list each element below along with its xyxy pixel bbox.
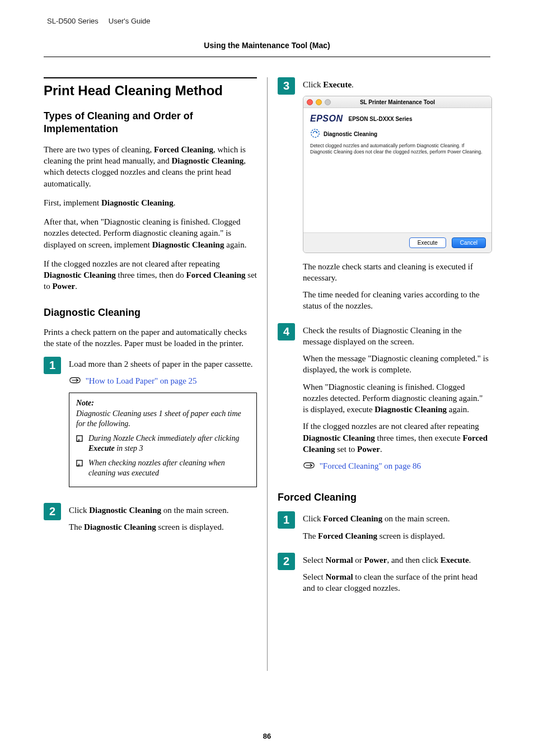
step-text: Click Forced Cleaning on the main screen… [303,513,490,524]
series-name: SL-D500 Series [47,17,99,25]
diag-label: Diagnostic Cleaning [324,131,377,137]
svg-rect-0 [77,436,82,441]
bullet-icon [76,435,84,445]
note-box: Note: Diagnostic Cleaning uses 1 sheet o… [69,393,257,487]
paragraph: There are two types of cleaning, Forced … [44,144,257,189]
note-title: Note: [76,399,250,408]
cancel-button[interactable]: Cancel [452,237,486,248]
header-rule [44,57,490,57]
paragraph: First, implement Diagnostic Cleaning. [44,197,257,208]
note-list-item: During Nozzle Check immediately after cl… [76,433,250,454]
running-header: SL-D500 Series User's Guide [47,17,490,25]
cross-ref-link[interactable]: "How to Load Paper" on page 25 [86,376,197,385]
step-text: The Forced Cleaning screen is displayed. [303,530,490,542]
paragraph: Prints a check pattern on the paper and … [44,326,257,349]
doc-name: User's Guide [109,17,151,25]
step-number-icon: 3 [278,77,295,95]
forced-step-2: 2 Select Normal or Power, and then click… [278,553,490,600]
cross-ref-icon [303,461,317,470]
step-3: 3 Click Execute. [278,77,490,318]
screenshot-figure: SL Printer Maintenance Tool EPSON EPSON … [303,96,492,253]
page-title: Print Head Cleaning Method [44,77,257,99]
note-lead: Diagnostic Cleaning uses 1 sheet of pape… [76,409,250,429]
subheading-types: Types of Cleaning and Order of Implement… [44,110,257,136]
step-text: The Diagnostic Cleaning screen is displa… [69,521,257,533]
step-number-icon: 1 [44,357,61,374]
epson-logo: EPSON [310,114,343,124]
step-text: Select Normal or Power, and then click E… [303,554,490,566]
window-title: SL Printer Maintenance Tool [303,99,491,105]
cross-ref-link[interactable]: "Forced Cleaning" on page 86 [320,461,421,470]
diag-description: Detect clogged nozzles and automatically… [310,143,485,155]
step-number-icon: 1 [278,511,295,529]
step-text: Check the results of Diagnostic Cleaning… [303,325,490,348]
step-text: Click Execute. [303,79,492,90]
model-label: EPSON SL-DXXX Series [349,116,413,122]
mac-window: SL Printer Maintenance Tool EPSON EPSON … [303,96,492,253]
diagnostic-cleaning-icon [310,128,320,139]
paragraph: Select Normal to clean the surface of th… [303,571,490,594]
step-1: 1 Load more than 2 sheets of paper in th… [44,357,257,497]
mac-titlebar: SL Printer Maintenance Tool [303,96,491,108]
cross-ref-icon [69,376,83,385]
page-number: 86 [0,732,534,740]
bullet-icon [76,459,84,469]
paragraph: If the clogged nozzles are not cleared a… [44,258,257,292]
step-number-icon: 2 [278,553,295,570]
note-list-item: When checking nozzles after cleaning whe… [76,458,250,478]
step-2: 2 Click Diagnostic Cleaning on the main … [44,503,257,539]
paragraph: If the clogged nozzles are not cleared a… [303,421,490,455]
svg-rect-1 [77,460,82,466]
step-text: Load more than 2 sheets of paper in the … [69,358,257,370]
step-number-icon: 2 [44,503,61,520]
paragraph: The nozzle check starts and cleaning is … [303,261,492,284]
subheading-forced: Forced Cleaning [278,492,490,503]
paragraph: When "Diagnostic cleaning is finished. C… [303,381,490,416]
subheading-diagnostic: Diagnostic Cleaning [44,307,257,319]
paragraph: The time needed for cleaning varies acco… [303,289,492,312]
forced-step-1: 1 Click Forced Cleaning on the main scre… [278,511,490,547]
step-4: 4 Check the results of Diagnostic Cleani… [278,323,490,478]
paragraph: When the message "Diagnostic cleaning co… [303,353,490,376]
paragraph: After that, when "Diagnostic cleaning is… [44,216,257,250]
svg-point-2 [311,129,319,137]
step-number-icon: 4 [278,323,295,340]
section-header: Using the Maintenance Tool (Mac) [44,41,490,50]
execute-button[interactable]: Execute [409,237,446,248]
step-text: Click Diagnostic Cleaning on the main sc… [69,505,257,516]
